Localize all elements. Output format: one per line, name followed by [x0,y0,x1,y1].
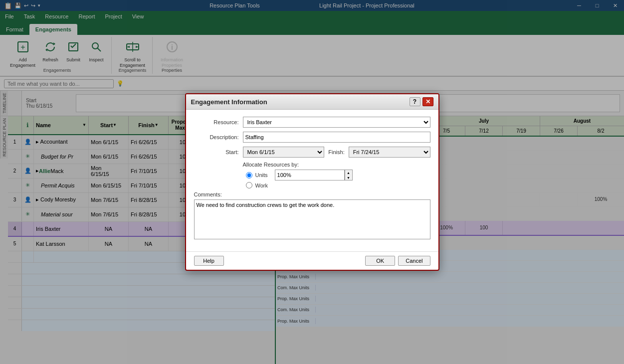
description-input[interactable] [243,132,430,143]
cancel-button[interactable]: Cancel [398,256,430,266]
modal-close-button[interactable]: ✕ [422,97,433,106]
units-radio[interactable] [246,172,252,179]
modal-help-icon-btn[interactable]: ? [410,97,420,106]
start-finish-row: Start: Mon 6/1/15 Finish: Fri 7/24/15 [194,147,430,158]
units-spinner-wrapper: ▲ ▼ [275,170,353,181]
start-select[interactable]: Mon 6/1/15 [243,147,325,158]
description-row: Description: [194,132,430,143]
finish-select[interactable]: Fri 7/24/15 [349,147,430,158]
modal-title-text: Engagement Information [191,98,267,106]
modal-controls: ? ✕ [410,97,433,106]
resource-label: Resource: [194,119,239,125]
allocate-label: Allocate Resources by: [194,162,430,168]
resource-select-wrapper: Iris Baxter [243,117,430,128]
finish-label: Finish: [328,149,344,155]
engagement-info-modal: Engagement Information ? ✕ Resource: Iri… [185,93,439,271]
comments-textarea[interactable]: We need to find construction crews to ge… [194,199,430,239]
units-decrement-button[interactable]: ▼ [345,175,352,180]
start-label: Start: [194,149,239,155]
help-button[interactable]: Help [194,256,224,266]
units-increment-button[interactable]: ▲ [345,170,352,175]
resource-row: Resource: Iris Baxter [194,117,430,128]
modal-overlay[interactable]: Engagement Information ? ✕ Resource: Iri… [0,0,624,364]
units-radio-label: Units [255,172,268,178]
description-label: Description: [194,134,239,140]
start-finish-inputs: Mon 6/1/15 Finish: Fri 7/24/15 [243,147,430,158]
units-radio-row: Units ▲ ▼ [194,170,430,181]
modal-footer: Help OK Cancel [186,251,438,270]
resource-select[interactable]: Iris Baxter [243,117,430,128]
units-input[interactable] [275,170,345,181]
ok-button[interactable]: OK [365,256,395,266]
allocate-section: Allocate Resources by: Units ▲ ▼ [194,162,430,188]
modal-title-bar: Engagement Information ? ✕ [186,94,438,110]
comments-section: Comments: We need to find construction c… [194,191,430,240]
work-radio[interactable] [246,182,252,188]
work-radio-row: Work [194,182,430,188]
work-radio-label: Work [255,182,268,188]
modal-body: Resource: Iris Baxter Description: Start… [186,110,438,251]
comments-label: Comments: [194,191,430,197]
units-spinner: ▲ ▼ [345,170,353,181]
